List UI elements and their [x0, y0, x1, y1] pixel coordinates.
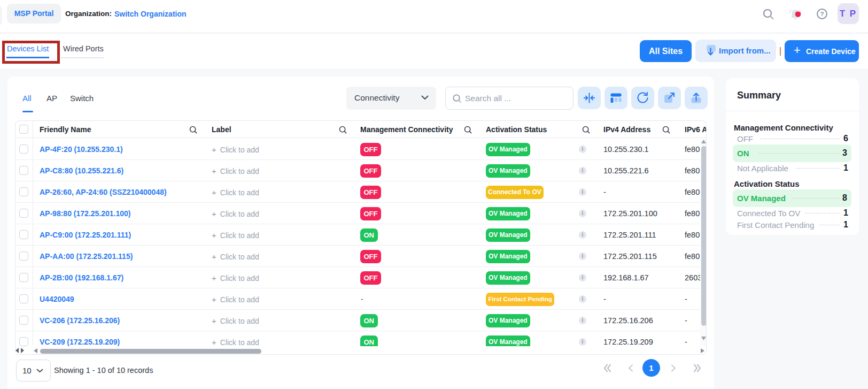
svg-text:?: ? — [820, 11, 824, 17]
